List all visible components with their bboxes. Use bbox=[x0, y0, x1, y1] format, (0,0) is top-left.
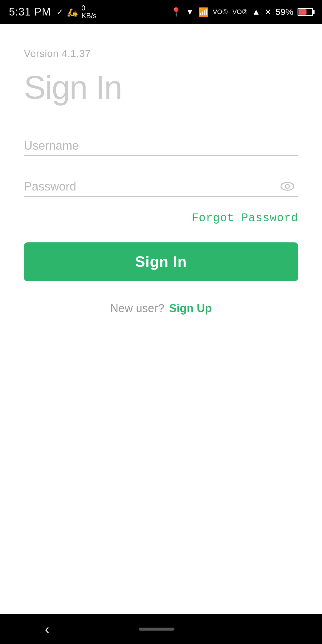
check-icon: ✓ bbox=[56, 7, 63, 17]
bottom-nav-bar: ‹ bbox=[0, 614, 322, 644]
password-input[interactable] bbox=[24, 177, 298, 197]
forgot-password-row: Forgot Password bbox=[24, 212, 298, 225]
status-icons-left: ✓ 🛵 0KB/s bbox=[56, 4, 97, 20]
signal-1-icon: ▲ bbox=[252, 7, 260, 17]
version-label: Version 4.1.37 bbox=[24, 48, 298, 59]
svg-point-0 bbox=[281, 182, 294, 190]
signal-2-icon: ✕ bbox=[264, 7, 271, 17]
status-right: 📍 ▼ 📶 VO① VO② ▲ ✕ 59% bbox=[171, 7, 313, 17]
new-user-row: New user? Sign Up bbox=[24, 302, 298, 315]
volte-2-icon: VO② bbox=[232, 8, 248, 16]
status-bar: 5:31 PM ✓ 🛵 0KB/s 📍 ▼ 📶 VO① VO② ▲ ✕ 59% bbox=[0, 0, 322, 24]
page-title: Sign In bbox=[24, 68, 298, 106]
volte-1-icon: VO① bbox=[213, 8, 228, 16]
forgot-password-link[interactable]: Forgot Password bbox=[192, 212, 298, 225]
sign-in-button[interactable]: Sign In bbox=[24, 242, 298, 281]
location-icon: 📍 bbox=[171, 7, 182, 17]
delivery-icon: 🛵 bbox=[67, 7, 78, 17]
password-group bbox=[24, 177, 298, 197]
back-button[interactable]: ‹ bbox=[45, 622, 49, 637]
wifi-icon: ▼ bbox=[186, 7, 194, 17]
sign-up-link[interactable]: Sign Up bbox=[169, 302, 212, 315]
home-indicator[interactable] bbox=[139, 628, 174, 631]
status-time: 5:31 PM bbox=[9, 6, 51, 18]
battery-percentage: 59% bbox=[275, 7, 293, 17]
battery-icon bbox=[298, 8, 313, 16]
main-content: Version 4.1.37 Sign In Forgot Password S… bbox=[0, 24, 322, 614]
toggle-password-icon[interactable] bbox=[280, 179, 295, 195]
login-form: Forgot Password Sign In New user? Sign U… bbox=[24, 136, 298, 315]
username-input[interactable] bbox=[24, 136, 298, 156]
wifi-strength-icon: 📶 bbox=[198, 7, 209, 17]
svg-point-1 bbox=[286, 184, 290, 188]
username-group bbox=[24, 136, 298, 156]
status-left: 5:31 PM ✓ 🛵 0KB/s bbox=[9, 4, 97, 20]
new-user-text: New user? bbox=[110, 302, 164, 315]
network-speed: 0KB/s bbox=[81, 4, 97, 20]
